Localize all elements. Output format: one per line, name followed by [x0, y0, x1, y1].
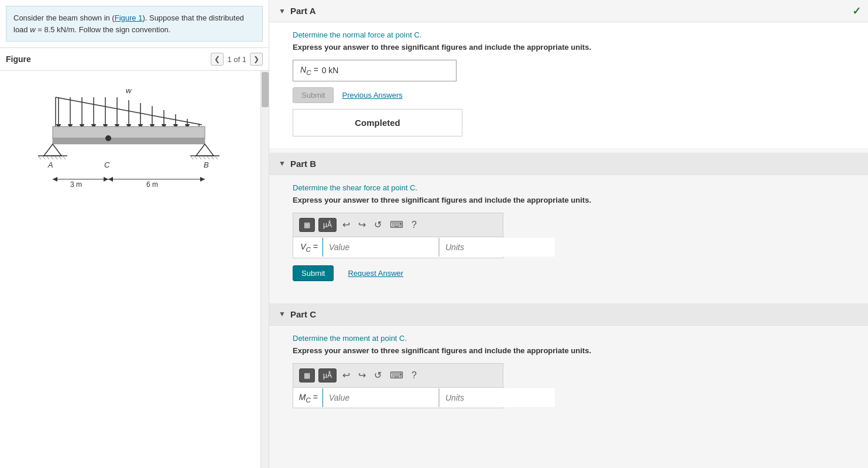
part-c-title: Part C [290, 309, 316, 319]
part-b-keyboard-button[interactable]: ⌨ [387, 218, 406, 231]
part-c-header: ▼ Part C [269, 303, 868, 326]
svg-text:w: w [126, 86, 132, 95]
figure-scrollbar[interactable] [260, 71, 269, 468]
figure-next-button[interactable]: ❯ [250, 53, 263, 66]
svg-rect-17 [53, 138, 205, 144]
part-c-redo-button[interactable]: ↪ [356, 368, 368, 382]
part-c-value-units-row: MC = [293, 387, 503, 409]
part-b-help-button[interactable]: ? [409, 218, 419, 231]
svg-text:B: B [204, 160, 209, 169]
grid-icon: ▦ [304, 371, 310, 380]
svg-line-37 [50, 156, 53, 159]
svg-line-35 [42, 156, 45, 159]
part-b-grid-button[interactable]: ▦ [299, 218, 315, 232]
part-c-section: ▼ Part C Determine the moment at point C… [269, 303, 868, 428]
part-b-request-answer-link[interactable]: Request Answer [348, 269, 403, 278]
figure-header: Figure ❮ 1 of 1 ❯ [0, 47, 269, 71]
svg-line-36 [46, 156, 49, 159]
svg-line-42 [194, 156, 197, 159]
svg-rect-16 [53, 127, 205, 138]
beam-diagram: w [0, 71, 269, 225]
figure-label: Figure [6, 54, 31, 64]
svg-marker-28 [104, 177, 108, 182]
svg-line-47 [215, 156, 218, 159]
svg-marker-18 [44, 144, 61, 156]
part-a-answer-value: 0 kN [322, 66, 339, 75]
part-b-units-input[interactable] [439, 238, 555, 257]
part-b-mu-button[interactable]: μÅ [318, 218, 337, 232]
part-b-title: Part B [290, 159, 316, 169]
part-b-math-toolbar: ▦ μÅ ↩ ↪ ↺ ⌨ ? [293, 213, 503, 237]
part-b-subinstruction: Express your answer to three significant… [293, 196, 845, 204]
svg-line-44 [203, 156, 205, 159]
svg-line-40 [63, 156, 66, 159]
part-b-section: ▼ Part B Determine the shear force at po… [269, 153, 868, 299]
chevron-left-icon: ❮ [214, 55, 220, 63]
part-b-value-units-row: VC = [293, 237, 503, 258]
part-a-body: Determine the normal force at point C. E… [269, 22, 868, 148]
svg-line-34 [38, 156, 41, 159]
part-b-submit-row: Submit Request Answer [293, 265, 845, 281]
part-c-reset-button[interactable]: ↺ [372, 368, 384, 382]
svg-marker-31 [108, 177, 113, 182]
svg-line-39 [59, 156, 61, 159]
part-c-math-toolbar: ▦ μÅ ↩ ↪ ↺ ⌨ ? [293, 363, 503, 387]
part-a-submit-button[interactable]: Submit [293, 87, 334, 103]
part-a-section: ▼ Part A Determine the normal force at p… [269, 0, 868, 148]
part-c-mu-button[interactable]: μÅ [318, 368, 337, 382]
svg-marker-32 [200, 177, 205, 182]
svg-text:A: A [47, 160, 53, 169]
problem-statement: Consider the beam shown in (Figure 1). S… [6, 6, 263, 42]
part-b-undo-button[interactable]: ↩ [340, 218, 352, 231]
svg-text:3 m: 3 m [70, 180, 82, 189]
part-b-instruction: Determine the shear force at point C. [293, 183, 845, 192]
part-b-reset-button[interactable]: ↺ [372, 218, 384, 231]
mu-icon: μÅ [323, 221, 332, 229]
figure-area: w [0, 71, 269, 468]
part-c-body: Determine the moment at point C. Express… [269, 326, 868, 428]
part-a-answer-box: NC = 0 kN [293, 60, 457, 81]
part-c-value-units-container: MC = [293, 387, 845, 409]
svg-marker-21 [196, 144, 214, 156]
part-c-var-label: MC = [293, 388, 323, 408]
part-a-var-label: NC = [300, 65, 318, 76]
checkmark-icon: ✓ [852, 5, 861, 18]
part-a-subinstruction: Express your answer to three significant… [293, 43, 845, 52]
mu-icon: μÅ [323, 371, 332, 380]
part-c-keyboard-button[interactable]: ⌨ [387, 368, 406, 382]
svg-marker-27 [53, 177, 57, 182]
part-c-units-input[interactable] [439, 388, 555, 407]
part-c-collapse-arrow[interactable]: ▼ [279, 310, 286, 318]
part-c-value-input[interactable] [323, 388, 439, 407]
part-b-collapse-arrow[interactable]: ▼ [279, 159, 286, 168]
part-b-body: Determine the shear force at point C. Ex… [269, 175, 868, 299]
part-b-value-input[interactable] [323, 238, 439, 257]
svg-text:6 m: 6 m [146, 180, 158, 189]
part-b-value-units-container: VC = [293, 237, 845, 258]
figure-prev-button[interactable]: ❮ [211, 53, 224, 66]
part-c-help-button[interactable]: ? [409, 369, 419, 382]
left-panel: Consider the beam shown in (Figure 1). S… [0, 0, 269, 468]
part-a-header: ▼ Part A [269, 0, 868, 22]
svg-point-20 [105, 135, 111, 141]
part-a-collapse-arrow[interactable]: ▼ [279, 7, 286, 15]
part-a-completed-box: Completed [293, 109, 462, 136]
scroll-thumb [262, 72, 269, 107]
chevron-right-icon: ❯ [253, 55, 259, 63]
svg-line-45 [207, 156, 210, 159]
svg-line-46 [211, 156, 214, 159]
part-a-prev-answers-link[interactable]: Previous Answers [342, 91, 402, 100]
part-b-redo-button[interactable]: ↪ [356, 218, 368, 231]
part-a-instruction: Determine the normal force at point C. [293, 30, 845, 39]
svg-line-41 [190, 156, 193, 159]
part-c-grid-button[interactable]: ▦ [299, 368, 315, 382]
right-panel: ✓ ▼ Part A Determine the normal force at… [269, 0, 868, 468]
grid-icon: ▦ [304, 221, 310, 229]
part-a-title: Part A [290, 6, 316, 16]
part-c-undo-button[interactable]: ↩ [340, 368, 352, 382]
figure-link[interactable]: Figure 1 [115, 13, 143, 22]
part-b-submit-button[interactable]: Submit [293, 265, 334, 281]
part-c-instruction: Determine the moment at point C. [293, 334, 845, 343]
part-c-subinstruction: Express your answer to three significant… [293, 346, 845, 355]
figure-nav-label: 1 of 1 [227, 55, 246, 64]
